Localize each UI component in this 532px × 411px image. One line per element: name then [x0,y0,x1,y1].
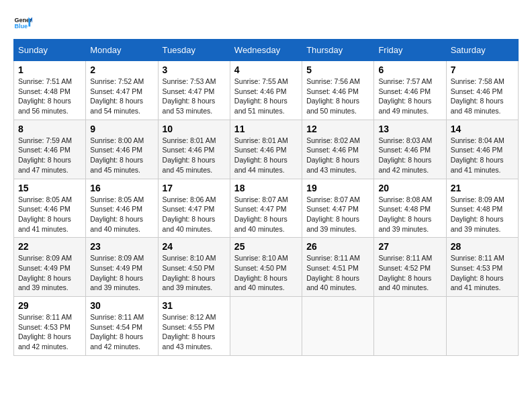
weekday-header: Tuesday [158,40,230,61]
calendar-cell: 20Sunrise: 8:08 AMSunset: 4:48 PMDayligh… [374,179,446,238]
calendar-cell: 1Sunrise: 7:51 AMSunset: 4:48 PMDaylight… [14,61,86,120]
calendar-cell [374,297,446,356]
calendar-header-row: SundayMondayTuesdayWednesdayThursdayFrid… [14,40,519,61]
calendar-cell: 9Sunrise: 8:00 AMSunset: 4:46 PMDaylight… [86,120,158,179]
day-number: 14 [451,124,514,134]
calendar-cell: 21Sunrise: 8:09 AMSunset: 4:48 PMDayligh… [446,179,518,238]
day-info: Sunrise: 8:03 AMSunset: 4:46 PMDaylight:… [378,136,441,175]
calendar-cell: 16Sunrise: 8:05 AMSunset: 4:46 PMDayligh… [86,179,158,238]
weekday-header: Thursday [302,40,374,61]
day-info: Sunrise: 8:10 AMSunset: 4:50 PMDaylight:… [234,253,298,293]
day-number: 9 [90,124,153,134]
calendar-week-row: 15Sunrise: 8:05 AMSunset: 4:46 PMDayligh… [14,179,519,238]
day-info: Sunrise: 7:52 AMSunset: 4:47 PMDaylight:… [90,77,153,116]
day-info: Sunrise: 7:51 AMSunset: 4:48 PMDaylight:… [18,77,81,116]
calendar-cell [302,297,374,356]
page-header: General Blue [13,13,519,32]
day-number: 27 [378,241,441,252]
weekday-header: Saturday [446,40,518,61]
day-number: 8 [18,124,81,134]
day-number: 2 [90,64,153,75]
calendar-cell: 17Sunrise: 8:06 AMSunset: 4:47 PMDayligh… [158,179,230,238]
day-number: 15 [18,183,81,193]
day-number: 12 [306,124,369,134]
day-info: Sunrise: 7:57 AMSunset: 4:46 PMDaylight:… [378,77,441,116]
day-info: Sunrise: 8:11 AMSunset: 4:51 PMDaylight:… [306,253,369,293]
day-number: 31 [163,300,226,311]
weekday-header: Friday [374,40,446,61]
calendar-cell: 4Sunrise: 7:55 AMSunset: 4:46 PMDaylight… [230,61,302,120]
day-info: Sunrise: 8:11 AMSunset: 4:52 PMDaylight:… [378,253,441,293]
day-info: Sunrise: 8:07 AMSunset: 4:47 PMDaylight:… [234,195,298,234]
day-info: Sunrise: 8:06 AMSunset: 4:47 PMDaylight:… [163,195,226,234]
calendar-cell: 14Sunrise: 8:04 AMSunset: 4:46 PMDayligh… [446,120,518,179]
logo: General Blue [13,13,32,32]
calendar-cell: 24Sunrise: 8:10 AMSunset: 4:50 PMDayligh… [158,238,230,297]
day-info: Sunrise: 8:11 AMSunset: 4:53 PMDaylight:… [451,253,514,293]
day-number: 25 [234,241,298,252]
calendar-week-row: 29Sunrise: 8:11 AMSunset: 4:53 PMDayligh… [14,297,519,356]
day-info: Sunrise: 8:00 AMSunset: 4:46 PMDaylight:… [90,136,153,175]
day-number: 20 [378,183,441,193]
day-number: 30 [90,300,153,311]
weekday-header: Sunday [14,40,86,61]
calendar-week-row: 22Sunrise: 8:09 AMSunset: 4:49 PMDayligh… [14,238,519,297]
day-info: Sunrise: 7:59 AMSunset: 4:46 PMDaylight:… [18,136,81,175]
day-info: Sunrise: 8:11 AMSunset: 4:54 PMDaylight:… [90,312,153,352]
calendar-cell: 2Sunrise: 7:52 AMSunset: 4:47 PMDaylight… [86,61,158,120]
day-number: 6 [378,64,441,75]
day-info: Sunrise: 8:02 AMSunset: 4:46 PMDaylight:… [306,136,369,175]
day-number: 21 [451,183,514,193]
day-number: 11 [234,124,298,134]
calendar-cell: 6Sunrise: 7:57 AMSunset: 4:46 PMDaylight… [374,61,446,120]
day-number: 28 [451,241,514,252]
day-info: Sunrise: 8:01 AMSunset: 4:46 PMDaylight:… [163,136,226,175]
calendar-cell: 19Sunrise: 8:07 AMSunset: 4:47 PMDayligh… [302,179,374,238]
day-info: Sunrise: 8:05 AMSunset: 4:46 PMDaylight:… [90,195,153,234]
logo-icon: General Blue [13,13,32,32]
day-info: Sunrise: 7:53 AMSunset: 4:47 PMDaylight:… [163,77,226,116]
day-number: 13 [378,124,441,134]
calendar-cell: 8Sunrise: 7:59 AMSunset: 4:46 PMDaylight… [14,120,86,179]
calendar-table: SundayMondayTuesdayWednesdayThursdayFrid… [13,39,519,356]
calendar-cell: 10Sunrise: 8:01 AMSunset: 4:46 PMDayligh… [158,120,230,179]
calendar-cell: 31Sunrise: 8:12 AMSunset: 4:55 PMDayligh… [158,297,230,356]
calendar-cell [230,297,302,356]
day-info: Sunrise: 8:09 AMSunset: 4:49 PMDaylight:… [90,253,153,293]
calendar-cell: 28Sunrise: 8:11 AMSunset: 4:53 PMDayligh… [446,238,518,297]
svg-text:Blue: Blue [14,23,28,30]
day-number: 17 [163,183,226,193]
calendar-cell: 3Sunrise: 7:53 AMSunset: 4:47 PMDaylight… [158,61,230,120]
calendar-cell: 11Sunrise: 8:01 AMSunset: 4:46 PMDayligh… [230,120,302,179]
day-info: Sunrise: 8:09 AMSunset: 4:49 PMDaylight:… [18,253,81,293]
day-info: Sunrise: 8:05 AMSunset: 4:46 PMDaylight:… [18,195,81,234]
day-info: Sunrise: 8:09 AMSunset: 4:48 PMDaylight:… [451,195,514,234]
day-number: 5 [306,64,369,75]
day-number: 10 [163,124,226,134]
calendar-cell: 12Sunrise: 8:02 AMSunset: 4:46 PMDayligh… [302,120,374,179]
day-number: 7 [451,64,514,75]
day-number: 4 [234,64,298,75]
weekday-header: Wednesday [230,40,302,61]
day-info: Sunrise: 7:58 AMSunset: 4:46 PMDaylight:… [451,77,514,116]
day-info: Sunrise: 8:07 AMSunset: 4:47 PMDaylight:… [306,195,369,234]
calendar-cell: 27Sunrise: 8:11 AMSunset: 4:52 PMDayligh… [374,238,446,297]
calendar-cell: 15Sunrise: 8:05 AMSunset: 4:46 PMDayligh… [14,179,86,238]
day-number: 26 [306,241,369,252]
day-info: Sunrise: 7:55 AMSunset: 4:46 PMDaylight:… [234,77,298,116]
day-number: 18 [234,183,298,193]
calendar-cell [446,297,518,356]
day-info: Sunrise: 8:10 AMSunset: 4:50 PMDaylight:… [163,253,226,293]
calendar-cell: 5Sunrise: 7:56 AMSunset: 4:46 PMDaylight… [302,61,374,120]
calendar-cell: 30Sunrise: 8:11 AMSunset: 4:54 PMDayligh… [86,297,158,356]
day-number: 19 [306,183,369,193]
calendar-week-row: 1Sunrise: 7:51 AMSunset: 4:48 PMDaylight… [14,61,519,120]
day-info: Sunrise: 7:56 AMSunset: 4:46 PMDaylight:… [306,77,369,116]
weekday-header: Monday [86,40,158,61]
calendar-cell: 13Sunrise: 8:03 AMSunset: 4:46 PMDayligh… [374,120,446,179]
day-number: 3 [163,64,226,75]
calendar-week-row: 8Sunrise: 7:59 AMSunset: 4:46 PMDaylight… [14,120,519,179]
calendar-cell: 7Sunrise: 7:58 AMSunset: 4:46 PMDaylight… [446,61,518,120]
day-number: 22 [18,241,81,252]
calendar-cell: 29Sunrise: 8:11 AMSunset: 4:53 PMDayligh… [14,297,86,356]
